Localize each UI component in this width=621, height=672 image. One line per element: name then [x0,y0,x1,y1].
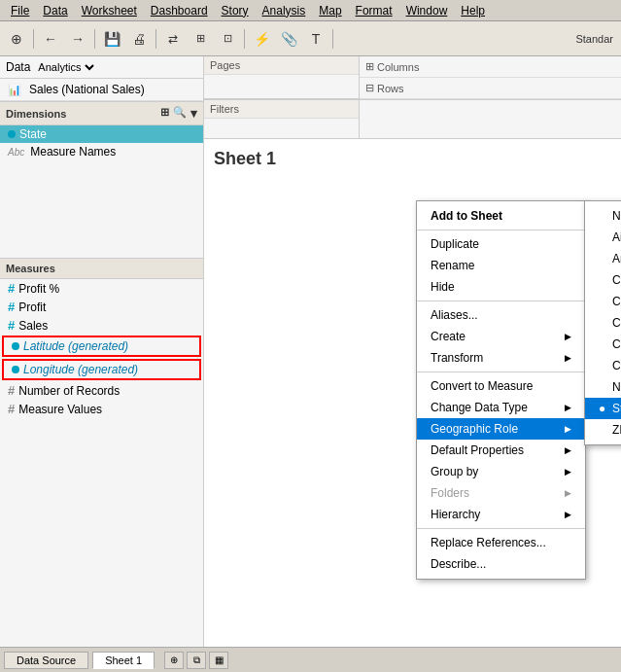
toolbar-fix[interactable]: ⊡ [215,26,240,52]
menu-analysis[interactable]: Analysis [256,2,313,19]
toolbar-new[interactable]: ⊕ [4,26,29,52]
toolbar-text[interactable]: T [303,26,328,52]
menu-dashboard[interactable]: Dashboard [144,2,215,19]
measure-profit-pct[interactable]: # Profit % [0,279,203,298]
ctx-aliases[interactable]: Aliases... [417,304,585,326]
geo-country[interactable]: Country/Region [585,334,621,355]
context-menu: Add to Sheet Duplicate Rename Hide Alias… [416,200,586,580]
measure-names-icon: Abc [8,147,24,158]
geo-city[interactable]: City [585,291,621,312]
ctx-group-by[interactable]: Group by [417,461,585,482]
ctx-replace-refs[interactable]: Replace References... [417,532,585,553]
menu-data[interactable]: Data [36,2,74,19]
geo-nuts[interactable]: NUTS Europe [585,376,621,398]
columns-content[interactable] [419,58,615,76]
measure-profit[interactable]: # Profit [0,298,203,316]
columns-label: Columns [377,61,419,73]
toolbar-group[interactable]: ⊞ [188,26,213,52]
toolbar-swap[interactable]: ⇄ [160,26,186,52]
menu-story[interactable]: Story [215,2,256,19]
data-tab[interactable]: Data Analytics [0,56,203,78]
data-source-select[interactable]: Analytics [34,60,97,74]
toolbar-sep-3 [155,29,156,49]
dimension-state[interactable]: State [0,125,203,143]
dimensions-search-icon[interactable]: 🔍 [173,106,187,121]
geo-cbsa[interactable]: CBSA/MSA (U.S.) [585,269,621,291]
toolbar-back[interactable]: ← [38,26,63,52]
toolbar-forward[interactable]: → [65,26,90,52]
measures-header: Measures [0,258,203,279]
rows-icon: ⊟ Rows [365,82,419,94]
menu-file[interactable]: File [4,2,36,19]
measures-label: Measures [6,263,55,274]
toolbar-print[interactable]: 🖨 [126,26,152,52]
bottom-tab-sheet1[interactable]: Sheet 1 [92,652,155,669]
ctx-hide[interactable]: Hide [417,276,585,298]
menu-map[interactable]: Map [312,2,348,19]
ctx-folders: Folders [417,482,585,504]
bottom-add-sheet[interactable]: ⊕ [164,652,184,669]
ctx-transform[interactable]: Transform [417,347,585,369]
bottom-add-dash[interactable]: ⧉ [187,652,206,669]
profit-icon: # [8,300,15,314]
filters-label: Filters [204,100,359,119]
toolbar-sep-4 [244,29,245,49]
ctx-sep-2 [417,371,585,372]
toolbar: ⊕ ← → 💾 🖨 ⇄ ⊞ ⊡ ⚡ 📎 T Standar [0,21,621,56]
rows-label: Rows [377,83,404,94]
ctx-sep-3 [417,528,585,529]
ctx-geographic-role[interactable]: Geographic Role [417,418,585,440]
toolbar-highlight[interactable]: ⚡ [249,26,274,52]
right-panel: Pages ⊞ Columns ⊟ Rows Filte [204,56,621,647]
dimensions-grid-icon[interactable]: ⊞ [160,106,169,121]
state-bullet: ● [599,402,606,415]
ctx-convert[interactable]: Convert to Measure [417,375,585,397]
filters-row: Filters [204,99,621,138]
dimensions-label: Dimensions [6,108,66,120]
geo-area-code[interactable]: Area Code (U.S.) [585,248,621,269]
dimensions-header: Dimensions ⊞ 🔍 ▾ [0,101,203,125]
pages-label: Pages [204,56,359,75]
toolbar-sep-1 [33,29,34,49]
measure-num-records[interactable]: # Number of Records [0,381,203,400]
shelf-area: Pages ⊞ Columns ⊟ Rows Filte [204,56,621,139]
measure-measure-values[interactable]: # Measure Values [0,400,203,418]
dimension-measure-names[interactable]: Abc Measure Names [0,143,203,160]
data-source-item[interactable]: 📊 Sales (National Sales) [0,79,203,101]
menu-window[interactable]: Window [399,2,455,19]
geo-county[interactable]: County [585,355,621,376]
ctx-rename[interactable]: Rename [417,255,585,276]
ctx-change-data-type[interactable]: Change Data Type [417,397,585,418]
bottom-add-story[interactable]: ▦ [209,652,228,669]
measure-latitude[interactable]: Latitude (generated) [2,336,201,357]
geo-state-province[interactable]: ●State/Province [585,398,621,419]
toolbar-sep-5 [332,29,333,49]
menu-help[interactable]: Help [454,2,492,19]
toolbar-standard-label: Standar [575,33,617,45]
dimensions-controls: ⊞ 🔍 ▾ [160,106,197,121]
longitude-label: Longitude (generated) [23,363,138,376]
ctx-default-props[interactable]: Default Properties [417,440,585,461]
dimensions-menu-icon[interactable]: ▾ [190,106,197,121]
measure-longitude[interactable]: Longitude (generated) [2,359,201,380]
measure-sales[interactable]: # Sales [0,316,203,335]
ctx-hierarchy[interactable]: Hierarchy [417,504,585,525]
ctx-duplicate[interactable]: Duplicate [417,233,585,255]
ctx-create[interactable]: Create [417,326,585,347]
menu-format[interactable]: Format [349,2,399,19]
state-label: State [19,127,47,141]
measure-values-icon: # [8,402,15,416]
state-icon [8,130,16,138]
toolbar-save[interactable]: 💾 [99,26,124,52]
toolbar-attach[interactable]: 📎 [276,26,301,52]
menu-worksheet[interactable]: Worksheet [75,2,144,19]
geo-zip[interactable]: ZIP Code/Postcode [585,419,621,441]
bottom-tab-datasource[interactable]: Data Source [4,652,88,669]
ctx-describe[interactable]: Describe... [417,553,585,575]
geo-none[interactable]: None [585,205,621,227]
geo-airport[interactable]: Airport [585,227,621,248]
columns-shelf: ⊞ Columns ⊟ Rows [360,56,621,99]
sales-label: Sales [18,319,48,333]
geo-congressional[interactable]: Congressional District (U.S.) [585,312,621,334]
rows-content[interactable] [419,80,615,97]
